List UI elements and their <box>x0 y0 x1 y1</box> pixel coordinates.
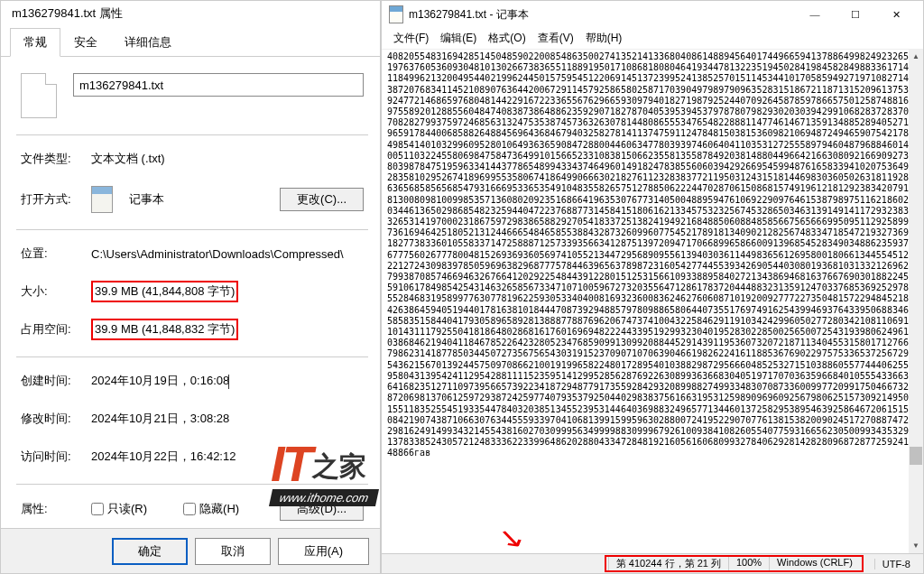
created-value: 2024年10月19日，0:16:08 <box>91 374 229 387</box>
modified-value: 2024年10月21日，3:08:28 <box>91 411 364 427</box>
ok-button[interactable]: 确定 <box>112 538 188 565</box>
scroll-down-icon[interactable]: ▼ <box>909 539 923 553</box>
menu-file[interactable]: 文件(F) <box>389 29 433 48</box>
menu-help[interactable]: 帮助(H) <box>581 29 627 48</box>
menu-edit[interactable]: 编辑(E) <box>436 29 481 48</box>
notepad-title: m136279841.txt - 记事本 <box>409 7 795 23</box>
change-button[interactable]: 更改(C)... <box>280 188 364 211</box>
status-eol: Windows (CRLF) <box>769 557 860 570</box>
watermark-url: www.ithome.com <box>269 489 379 506</box>
maximize-button[interactable]: ☐ <box>836 2 875 27</box>
filename-input[interactable] <box>73 73 364 97</box>
watermark-text: 之家 <box>312 449 366 486</box>
cancel-button[interactable]: 取消 <box>195 538 271 565</box>
menu-format[interactable]: 格式(O) <box>484 29 530 48</box>
status-zoom: 100% <box>728 557 769 570</box>
status-position: 第 410244 行，第 21 列 <box>608 557 728 570</box>
tab-details[interactable]: 详细信息 <box>111 28 185 57</box>
location-value: C:\Users\Administrator\Downloads\Compres… <box>91 247 364 261</box>
scroll-thumb[interactable] <box>910 447 922 465</box>
filetype-label: 文件类型: <box>21 151 91 167</box>
created-label: 创建时间: <box>21 373 91 389</box>
titlebar[interactable]: m136279841.txt - 记事本 — ☐ ✕ <box>382 1 923 28</box>
notepad-icon <box>91 186 113 213</box>
vertical-scrollbar[interactable]: ▲ ▼ <box>909 50 923 553</box>
tabs: 常规 安全 详细信息 <box>1 28 380 57</box>
watermark: IT 之家 www.ithome.com <box>271 439 377 506</box>
readonly-checkbox[interactable]: 只读(R) <box>91 501 147 517</box>
attributes-label: 属性: <box>21 501 91 517</box>
menubar: 文件(F) 编辑(E) 格式(O) 查看(V) 帮助(H) <box>382 28 923 50</box>
status-encoding: UTF-8 <box>874 559 918 569</box>
dialog-title: m136279841.txt 属性 <box>1 1 380 28</box>
hidden-checkbox[interactable]: 隐藏(H) <box>183 501 239 517</box>
modified-label: 修改时间: <box>21 411 91 427</box>
accessed-label: 访问时间: <box>21 449 91 465</box>
close-button[interactable]: ✕ <box>876 2 916 27</box>
file-icon <box>21 73 57 118</box>
notepad-app-icon <box>389 5 403 23</box>
text-content[interactable]: 4082055483169428514504859022008548635002… <box>382 50 923 553</box>
sizeondisk-value: 39.9 MB (41,848,832 字节) <box>91 319 238 340</box>
filetype-value: 文本文档 (.txt) <box>91 151 364 167</box>
openwith-label: 打开方式: <box>21 191 91 208</box>
location-label: 位置: <box>21 245 91 262</box>
dialog-buttons: 确定 取消 应用(A) <box>1 528 380 573</box>
size-label: 大小: <box>21 283 91 300</box>
scroll-up-icon[interactable]: ▲ <box>909 50 923 64</box>
sizeondisk-label: 占用空间: <box>21 321 91 338</box>
statusbar: 第 410244 行，第 21 列 100% Windows (CRLF) UT… <box>382 553 923 573</box>
menu-view[interactable]: 查看(V) <box>533 29 578 48</box>
minimize-button[interactable]: — <box>795 2 835 27</box>
notepad-window: m136279841.txt - 记事本 — ☐ ✕ 文件(F) 编辑(E) 格… <box>381 0 924 574</box>
apply-button[interactable]: 应用(A) <box>278 538 369 565</box>
tab-security[interactable]: 安全 <box>60 28 111 57</box>
openwith-value: 记事本 <box>129 191 273 208</box>
size-value: 39.9 MB (41,844,808 字节) <box>91 281 238 302</box>
tab-general[interactable]: 常规 <box>10 28 60 57</box>
watermark-logo: IT <box>271 439 310 489</box>
